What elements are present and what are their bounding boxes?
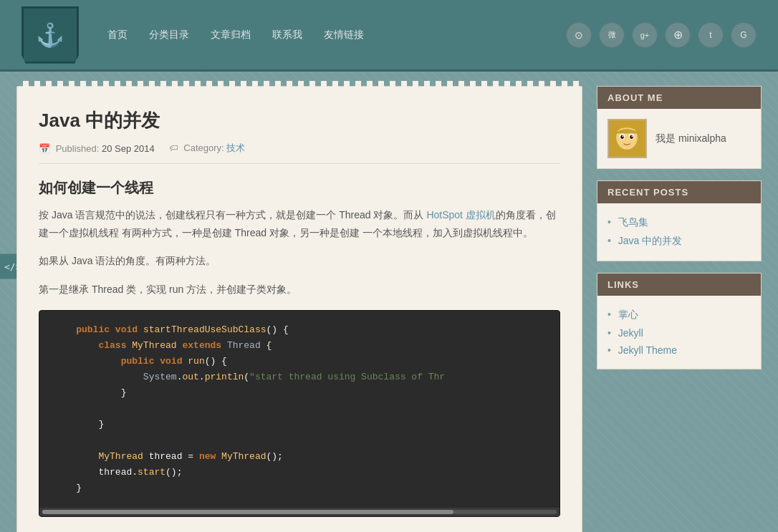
body-paragraph-3: 第一是继承 Thread 类，实现 run 方法，并创建子类对象。 (39, 281, 560, 299)
recent-post-link-2[interactable]: Java 中的并发 (618, 235, 682, 246)
link-zhangxin[interactable]: 掌心 (618, 309, 638, 320)
sidebar: ABOUT ME (597, 86, 762, 532)
published-date: 20 Sep 2014 (102, 143, 155, 154)
svg-point-4 (620, 135, 624, 139)
nav-home[interactable]: 首页 (107, 29, 128, 42)
widget-links: LINKS 掌心 Jekyll Jekyll Theme (597, 273, 762, 369)
nav-contact[interactable]: 联系我 (272, 29, 302, 42)
main-container: Java 中的并发 📅 Published: 20 Sep 2014 🏷 Cat… (9, 86, 769, 532)
article-area: Java 中的并发 📅 Published: 20 Sep 2014 🏷 Cat… (16, 86, 582, 532)
site-nav: 首页 分类目录 文章归档 联系我 友情链接 (107, 29, 364, 42)
list-item: Java 中的并发 (607, 232, 751, 251)
calendar-icon: 📅 (39, 143, 50, 154)
nav-archive[interactable]: 文章归档 (211, 29, 251, 42)
social-twitter[interactable]: t (698, 22, 724, 48)
social-weibo[interactable]: 微 (599, 22, 625, 48)
social-github[interactable]: ⊕ (665, 22, 691, 48)
avatar-image (609, 119, 645, 158)
body-paragraph-1: 按 Java 语言规范中的说法，创建线程只有一种方式，就是创建一个 Thread… (39, 206, 560, 242)
links-header: LINKS (597, 274, 761, 296)
scrollbar-track (42, 510, 557, 514)
about-header: ABOUT ME (597, 87, 761, 109)
about-me-content: 我是 minixalpha (607, 119, 751, 158)
list-item: 飞鸟集 (607, 213, 751, 232)
published-label: Published: (56, 143, 100, 154)
svg-point-5 (630, 135, 633, 139)
body-paragraph-4: 另一种是传递给 Thread 构造函数一个 Runnable 对象。 (39, 528, 560, 532)
section-title: 如何创建一个线程 (39, 178, 560, 198)
links-body: 掌心 Jekyll Jekyll Theme (597, 296, 761, 369)
widget-recent-posts: RECENT POSTS 飞鸟集 Java 中的并发 (597, 180, 762, 261)
link-jekyll[interactable]: Jekyll (618, 327, 643, 339)
recent-posts-list: 飞鸟集 Java 中的并发 (607, 213, 751, 251)
tag-icon: 🏷 (169, 142, 178, 153)
svg-point-6 (623, 135, 624, 137)
social-icons: ⊙ 微 g+ ⊕ t G (566, 22, 757, 48)
widget-about: ABOUT ME (597, 86, 762, 169)
about-body: 我是 minixalpha (597, 109, 761, 168)
links-list: 掌心 Jekyll Jekyll Theme (607, 306, 751, 359)
recent-post-link-1[interactable]: 飞鸟集 (618, 216, 648, 228)
svg-point-7 (632, 135, 633, 137)
social-rss[interactable]: ⊙ (566, 22, 592, 48)
category-info: 🏷 Category: 技术 (169, 142, 246, 155)
site-logo[interactable]: ⚓ (21, 6, 79, 64)
post-body: 如何创建一个线程 按 Java 语言规范中的说法，创建线程只有一种方式，就是创建… (39, 178, 560, 532)
about-description: 我是 minixalpha (655, 132, 726, 145)
code-block-wrapper: public void startThreadUseSubClass() { c… (39, 310, 560, 517)
link-jekyll-theme[interactable]: Jekyll Theme (618, 344, 677, 356)
list-item: 掌心 (607, 306, 751, 324)
post-meta: 📅 Published: 20 Sep 2014 🏷 Category: 技术 (39, 142, 560, 164)
code-block[interactable]: public void startThreadUseSubClass() { c… (39, 311, 560, 508)
category-link[interactable]: 技术 (226, 142, 245, 153)
code-scrollbar[interactable] (39, 508, 560, 516)
site-header: ⚓ 首页 分类目录 文章归档 联系我 友情链接 ⊙ 微 g+ ⊕ t G (0, 0, 778, 72)
scrollbar-thumb (42, 510, 453, 514)
nav-categories[interactable]: 分类目录 (149, 29, 189, 42)
post-title: Java 中的并发 (39, 108, 560, 133)
nav-friends[interactable]: 友情链接 (324, 29, 364, 42)
hotspot-link[interactable]: HotSpot 虚拟机 (426, 209, 495, 221)
category-label: Category: (183, 142, 224, 153)
recent-posts-body: 飞鸟集 Java 中的并发 (597, 203, 761, 261)
published-info: 📅 Published: 20 Sep 2014 (39, 143, 155, 154)
avatar (607, 119, 647, 158)
list-item: Jekyll Theme (607, 342, 751, 359)
anchor-icon: ⚓ (36, 21, 64, 49)
list-item: Jekyll (607, 324, 751, 342)
social-google-plus[interactable]: g+ (632, 22, 658, 48)
recent-posts-header: RECENT POSTS (597, 181, 761, 203)
social-google[interactable]: G (731, 22, 757, 48)
body-paragraph-2: 如果从 Java 语法的角度。有两种方法。 (39, 252, 560, 270)
